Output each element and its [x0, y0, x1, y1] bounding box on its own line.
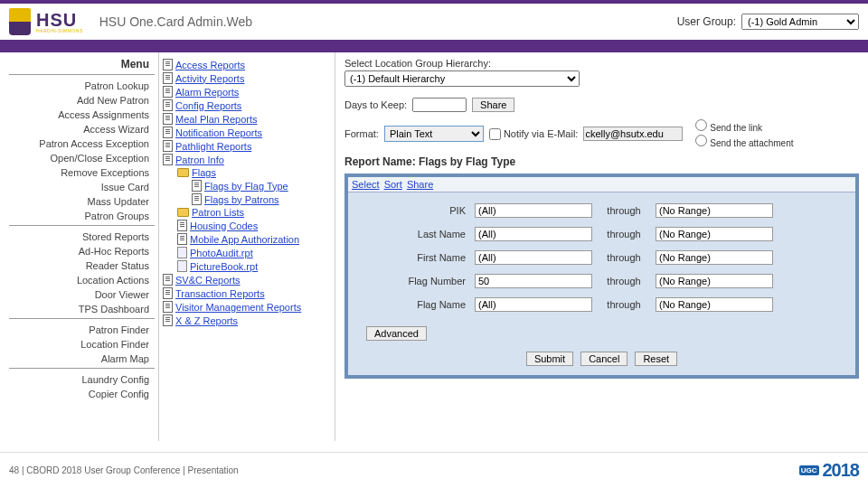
- document-icon: [177, 220, 187, 231]
- reset-button[interactable]: Reset: [635, 352, 677, 366]
- tree-item[interactable]: PictureBook.rpt: [177, 259, 331, 273]
- notify-email-checkbox[interactable]: [489, 128, 501, 140]
- tree-item-link[interactable]: Activity Reports: [175, 73, 244, 84]
- tree-item-link[interactable]: Flags by Patrons: [204, 194, 279, 205]
- param-to-input[interactable]: [656, 250, 773, 265]
- tree-item[interactable]: Access Reports: [163, 58, 331, 71]
- tree-item-link[interactable]: PictureBook.rpt: [190, 261, 258, 272]
- tree-item[interactable]: SV&C Reports: [163, 273, 331, 286]
- tree-item-link[interactable]: PhotoAudit.rpt: [190, 248, 253, 258]
- param-row: Flag Numberthrough: [366, 274, 837, 288]
- tree-item-link[interactable]: Patron Info: [175, 155, 224, 165]
- tree-item[interactable]: Pathlight Reports: [163, 139, 331, 153]
- menu-item[interactable]: Mass Updater: [9, 194, 155, 209]
- menu-item[interactable]: Access Wizard: [9, 122, 155, 136]
- tree-item[interactable]: Mobile App Authorization: [177, 232, 331, 246]
- tree-item-link[interactable]: SV&C Reports: [175, 275, 241, 286]
- param-to-input[interactable]: [656, 297, 773, 312]
- tree-item[interactable]: Meal Plan Reports: [163, 112, 331, 126]
- menu-item[interactable]: Patron Groups: [9, 209, 155, 223]
- tab-select[interactable]: Select: [352, 179, 380, 190]
- menu-separator: [9, 318, 155, 319]
- tab-sort[interactable]: Sort: [384, 179, 402, 190]
- tree-item[interactable]: Flags by Patrons: [192, 192, 331, 206]
- param-to-input[interactable]: [656, 274, 773, 288]
- tree-item[interactable]: Transaction Reports: [163, 286, 331, 300]
- menu-item[interactable]: Door Viewer: [9, 287, 155, 302]
- user-group-select[interactable]: (-1) Gold Admin: [741, 14, 859, 30]
- menu-item[interactable]: Remove Exceptions: [9, 165, 155, 180]
- notify-email-input[interactable]: [583, 127, 683, 141]
- hierarchy-select[interactable]: (-1) Default Hierarchy: [344, 70, 580, 87]
- menu-item[interactable]: Ad-Hoc Reports: [9, 244, 155, 258]
- advanced-button[interactable]: Advanced: [366, 326, 427, 341]
- tree-item-link[interactable]: Access Reports: [175, 60, 245, 70]
- send-attachment-radio[interactable]: [695, 135, 707, 146]
- menu-item[interactable]: Patron Lookup: [9, 79, 155, 93]
- ugc-year: 2018: [823, 460, 860, 481]
- tree-item-link[interactable]: Pathlight Reports: [175, 141, 251, 152]
- tree-folder-label[interactable]: Flags: [192, 167, 216, 178]
- tree-item-link[interactable]: Config Reports: [175, 100, 241, 111]
- tree-item-link[interactable]: Meal Plan Reports: [175, 114, 258, 125]
- menu-item[interactable]: Open/Close Exception: [9, 151, 155, 165]
- tab-share[interactable]: Share: [407, 179, 433, 190]
- param-to-input[interactable]: [656, 227, 773, 241]
- param-from-input[interactable]: [475, 227, 592, 241]
- tree-item[interactable]: Activity Reports: [163, 71, 331, 85]
- menu-item[interactable]: Alarm Map: [9, 352, 155, 366]
- tree-item-link[interactable]: Mobile App Authorization: [190, 234, 299, 245]
- menu-item[interactable]: Laundry Config: [9, 372, 155, 387]
- footer-text: 48 | CBORD 2018 User Group Conference | …: [9, 465, 239, 475]
- menu-item[interactable]: Reader Status: [9, 258, 155, 273]
- cancel-button[interactable]: Cancel: [580, 352, 627, 366]
- tree-folder-patron-lists[interactable]: Patron Lists: [177, 206, 331, 219]
- format-select[interactable]: Plain Text: [384, 126, 484, 142]
- param-label: First Name: [366, 252, 466, 263]
- left-menu-column: Menu Patron LookupAdd New PatronAccess A…: [0, 52, 158, 441]
- tree-item-link[interactable]: Transaction Reports: [175, 288, 265, 299]
- share-button[interactable]: Share: [472, 98, 514, 112]
- tree-item[interactable]: Housing Codes: [177, 219, 331, 232]
- tree-item[interactable]: PhotoAudit.rpt: [177, 246, 331, 259]
- param-from-input[interactable]: [475, 203, 592, 218]
- tree-item-link[interactable]: Flags by Flag Type: [204, 181, 288, 192]
- menu-item[interactable]: Access Assignments: [9, 108, 155, 122]
- param-from-input[interactable]: [475, 297, 592, 312]
- tree-folder-flags[interactable]: Flags: [177, 166, 331, 179]
- tree-item-link[interactable]: X & Z Reports: [175, 315, 238, 326]
- tree-item[interactable]: Notification Reports: [163, 126, 331, 139]
- send-link-radio[interactable]: [695, 119, 707, 131]
- document-icon: [192, 193, 202, 205]
- tree-item-link[interactable]: Visitor Management Reports: [175, 302, 301, 313]
- menu-item[interactable]: Location Actions: [9, 273, 155, 287]
- tree-item[interactable]: Visitor Management Reports: [163, 300, 331, 314]
- param-through-label: through: [601, 205, 646, 216]
- param-from-input[interactable]: [475, 250, 592, 265]
- menu-item[interactable]: TPS Dashboard: [9, 302, 155, 316]
- tree-item[interactable]: Flags by Flag Type: [192, 179, 331, 192]
- document-icon: [163, 314, 173, 326]
- param-to-input[interactable]: [656, 203, 773, 218]
- param-from-input[interactable]: [475, 274, 592, 288]
- menu-item[interactable]: Patron Finder: [9, 323, 155, 337]
- tree-item[interactable]: Alarm Reports: [163, 85, 331, 99]
- submit-button[interactable]: Submit: [526, 352, 573, 366]
- tree-folder-label[interactable]: Patron Lists: [192, 207, 244, 218]
- menu-item[interactable]: Patron Access Exception: [9, 136, 155, 151]
- tree-item[interactable]: Config Reports: [163, 99, 331, 112]
- tree-item-link[interactable]: Housing Codes: [190, 221, 258, 231]
- tree-item[interactable]: Patron Info: [163, 153, 331, 166]
- tree-item[interactable]: X & Z Reports: [163, 314, 331, 327]
- menu-item[interactable]: Stored Reports: [9, 230, 155, 244]
- days-to-keep-input[interactable]: [412, 98, 467, 112]
- document-icon: [163, 113, 173, 125]
- tree-item-link[interactable]: Alarm Reports: [175, 87, 239, 98]
- tree-item-link[interactable]: Notification Reports: [175, 127, 262, 138]
- content-column: Select Location Group Hierarchy: (-1) De…: [335, 52, 868, 441]
- document-icon: [163, 154, 173, 165]
- menu-item[interactable]: Copier Config: [9, 387, 155, 401]
- menu-item[interactable]: Add New Patron: [9, 93, 155, 108]
- menu-item[interactable]: Issue Card: [9, 180, 155, 194]
- menu-item[interactable]: Location Finder: [9, 337, 155, 352]
